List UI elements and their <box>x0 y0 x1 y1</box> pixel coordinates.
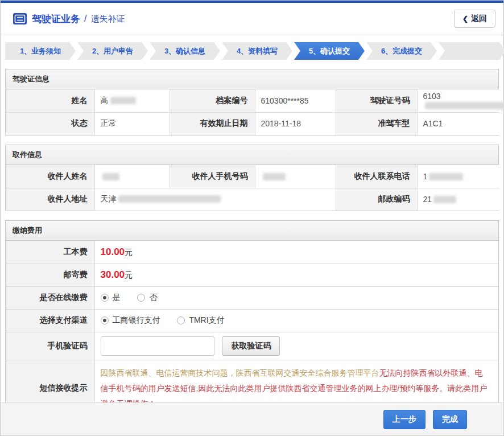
back-button[interactable]: ❮ 返回 <box>454 10 495 28</box>
field-label-recipient-name: 收件人姓名 <box>6 165 94 188</box>
payment-section: 缴纳费用 工本费 10.00元 邮寄费 30.00元 是否在线缴费 是 否 选择… <box>5 220 499 417</box>
fee-amount: 10.00 <box>101 246 125 257</box>
radio-option-icbc[interactable]: 工商银行支付 <box>101 315 160 326</box>
step-tab-label: 4、资料填写 <box>237 46 278 56</box>
table-row: 收件人姓名 收件人手机号码 收件人联系电话 1 <box>6 165 499 188</box>
radio-option-label: 是 <box>113 293 121 303</box>
radio-option-label: 否 <box>149 293 157 303</box>
field-label-expiry-date: 有效期止日期 <box>170 112 255 135</box>
redacted-blur <box>433 196 456 203</box>
field-value-zip-code: 21 <box>417 188 499 211</box>
field-value-file-number: 610300****85 <box>255 89 336 112</box>
field-label-zip-code: 邮政编码 <box>336 188 417 211</box>
radio-option-tmri[interactable]: TMRI支付 <box>177 315 224 326</box>
redacted-blur <box>263 173 286 180</box>
radio-option-no[interactable]: 否 <box>137 293 157 303</box>
table-row: 手机验证码 获取验证码 <box>6 332 498 360</box>
sms-code-cell: 获取验证码 <box>94 332 498 360</box>
step-progress-bar: 1、业务须知 2、用户申告 3、确认信息 4、资料填写 5、确认提交 6、完成提… <box>5 42 499 60</box>
field-value-expiry-date: 2018-11-18 <box>255 112 336 135</box>
finish-button[interactable]: 完成 <box>433 410 467 429</box>
back-button-label: 返回 <box>471 14 487 24</box>
step-tab-label: 5、确认提交 <box>309 46 350 56</box>
field-value-vehicle-class: A1C1 <box>417 112 499 135</box>
step-tab-label: 6、完成提交 <box>381 46 422 56</box>
radio-icbc-icon[interactable] <box>101 316 109 324</box>
table-row: 工本费 10.00元 <box>6 241 498 264</box>
previous-step-button[interactable]: 上一步 <box>383 410 425 429</box>
license-info-section: 驾驶证信息 姓名 高 档案编号 610300****85 驾驶证号码 6103 … <box>5 69 499 135</box>
radio-option-yes[interactable]: 是 <box>101 293 121 303</box>
step-tab-5: 5、确认提交 <box>294 42 365 60</box>
radio-tmri-icon[interactable] <box>177 316 185 324</box>
field-label-production-fee: 工本费 <box>6 241 94 264</box>
pickup-info-section: 取件信息 收件人姓名 收件人手机号码 收件人联系电话 1 收件人地址 天津 邮政… <box>5 145 499 211</box>
field-label-postage-fee: 邮寄费 <box>6 264 94 286</box>
page-title: 驾驶证业务 <box>32 13 80 26</box>
step-tab-label: 2、用户申告 <box>92 46 133 56</box>
radio-yes-icon[interactable] <box>101 294 109 302</box>
field-label-pay-channel: 选择支付渠道 <box>6 309 94 332</box>
field-value-recipient-address: 天津 <box>94 188 336 211</box>
step-tab-3: 3、确认信息 <box>150 42 220 60</box>
pickup-section-title: 取件信息 <box>6 145 498 165</box>
field-label-recipient-phone: 收件人联系电话 <box>336 165 417 188</box>
step-tab-6: 6、完成提交 <box>366 42 437 60</box>
table-row: 状态 正常 有效期止日期 2018-11-18 准驾车型 A1C1 <box>6 112 499 135</box>
radio-option-label: TMRI支付 <box>189 315 224 326</box>
pay-channel-options: 工商银行支付 TMRI支付 <box>94 309 498 332</box>
footer-action-bar: 上一步 完成 <box>1 402 503 435</box>
license-info-table: 姓名 高 档案编号 610300****85 驾驶证号码 6103 状态 正常 … <box>6 89 499 135</box>
field-value-production-fee: 10.00元 <box>94 241 498 264</box>
fee-unit: 元 <box>125 248 133 257</box>
payment-table: 工本费 10.00元 邮寄费 30.00元 是否在线缴费 是 否 选择支付渠道 … <box>6 241 498 417</box>
field-value-name: 高 <box>94 89 170 112</box>
step-tab-4: 4、资料填写 <box>222 42 292 60</box>
form-list-icon <box>13 13 27 24</box>
online-pay-options: 是 否 <box>94 286 498 309</box>
breadcrumb-separator: / <box>84 14 86 24</box>
field-value-recipient-name <box>94 165 170 188</box>
field-label-license-number: 驾驶证号码 <box>336 89 417 112</box>
get-sms-code-button[interactable]: 获取验证码 <box>222 336 280 356</box>
field-label-recipient-address: 收件人地址 <box>6 188 94 211</box>
header: 驾驶证业务 / 遗失补证 ❮ 返回 <box>1 3 503 35</box>
notice-text-tan: 因陕西省联通、电信运营商技术问题，陕西省互联网交通安全综合服务管理平台 <box>101 368 379 377</box>
step-tab-label: 3、确认信息 <box>164 46 205 56</box>
redacted-blur <box>118 195 221 203</box>
field-value-status: 正常 <box>94 112 170 135</box>
table-row: 姓名 高 档案编号 610300****85 驾驶证号码 6103 <box>6 89 499 112</box>
field-label-status: 状态 <box>6 112 94 135</box>
field-value-recipient-mobile <box>255 165 336 188</box>
page: 驾驶证业务 / 遗失补证 ❮ 返回 1、业务须知 2、用户申告 3、确认信息 4… <box>0 0 504 436</box>
table-row: 是否在线缴费 是 否 <box>6 286 498 309</box>
field-label-recipient-mobile: 收件人手机号码 <box>170 165 255 188</box>
redacted-blur <box>425 102 504 109</box>
table-row: 选择支付渠道 工商银行支付 TMRI支付 <box>6 309 498 332</box>
fee-amount: 30.00 <box>101 269 125 280</box>
breadcrumb-current: 遗失补证 <box>90 14 125 24</box>
radio-no-icon[interactable] <box>137 294 145 302</box>
step-tab-label: 1、业务须知 <box>20 46 61 56</box>
step-tab-2: 2、用户申告 <box>77 42 148 60</box>
redacted-blur <box>429 173 463 180</box>
fee-unit: 元 <box>125 270 133 279</box>
field-value-license-number: 6103 <box>417 89 499 112</box>
field-value-postage-fee: 30.00元 <box>94 264 498 286</box>
sms-code-input[interactable] <box>101 336 214 356</box>
step-bar-filler <box>439 42 504 60</box>
redacted-blur <box>110 97 136 104</box>
pickup-info-table: 收件人姓名 收件人手机号码 收件人联系电话 1 收件人地址 天津 邮政编码 21 <box>6 165 499 211</box>
table-row: 收件人地址 天津 邮政编码 21 <box>6 188 499 211</box>
back-chevron-icon: ❮ <box>462 15 468 23</box>
table-row: 邮寄费 30.00元 <box>6 264 498 286</box>
field-label-file-number: 档案编号 <box>170 89 255 112</box>
radio-option-label: 工商银行支付 <box>113 315 160 326</box>
field-value-recipient-phone: 1 <box>417 165 499 188</box>
field-label-name: 姓名 <box>6 89 94 112</box>
redacted-blur <box>102 173 119 180</box>
payment-section-title: 缴纳费用 <box>6 221 498 241</box>
field-label-online-pay: 是否在线缴费 <box>6 286 94 309</box>
field-label-vehicle-class: 准驾车型 <box>336 112 417 135</box>
license-section-title: 驾驶证信息 <box>6 69 498 89</box>
